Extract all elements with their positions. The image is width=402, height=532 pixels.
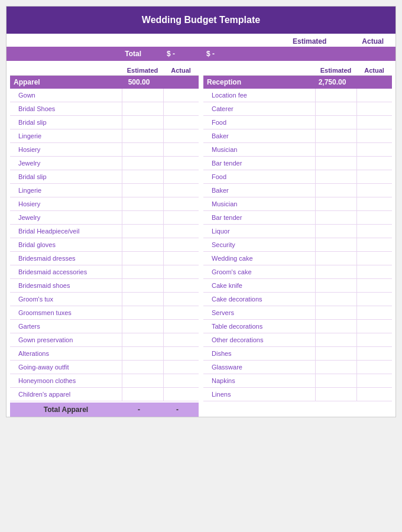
total-bar: Total $ - $ - — [7, 47, 395, 61]
apparel-total-footer: Total Apparel - - — [10, 403, 199, 417]
list-item: Groom's cake — [203, 265, 392, 279]
list-item: Bridal Headpiece/veil — [10, 225, 199, 238]
total-estimated: $ - — [147, 50, 194, 58]
reception-section-name: Reception — [207, 78, 312, 86]
list-item: Groom's tux — [10, 293, 199, 306]
apparel-section-name: Apparel — [14, 78, 118, 86]
estimated-label: Estimated — [293, 37, 326, 46]
list-item: Lingerie — [10, 184, 199, 197]
page-title: Wedding Budget Template — [7, 7, 395, 34]
list-item: Alterations — [10, 347, 199, 361]
list-item: Musician — [203, 143, 392, 157]
reception-column: Estimated Actual Reception 2,750.00 Loca… — [203, 66, 392, 417]
list-item: Security — [203, 238, 392, 252]
list-item: Bridal slip — [10, 116, 199, 129]
list-item: Wedding cake — [203, 252, 392, 265]
list-item: Jewelry — [10, 157, 199, 170]
list-item: Bar tender — [203, 211, 392, 225]
list-item: Cake knife — [203, 279, 392, 293]
list-item: Caterer — [203, 102, 392, 116]
list-item: Bridal Shoes — [10, 102, 199, 116]
list-item: Going-away outfit — [10, 361, 199, 374]
list-item: Dishes — [203, 347, 392, 361]
list-item: Linens — [203, 388, 392, 401]
list-item: Musician — [203, 197, 392, 211]
page: Wedding Budget Template Estimated Actual… — [6, 6, 396, 417]
total-label: Total — [12, 50, 147, 58]
list-item: Jewelry — [10, 211, 199, 225]
list-item: Table decorations — [203, 320, 392, 333]
list-item: Bar tender — [203, 157, 392, 170]
apparel-section-estimated: 500.00 — [118, 78, 160, 86]
list-item: Honeymoon clothes — [10, 374, 199, 388]
list-item: Baker — [203, 129, 392, 143]
reception-col-header: Estimated Actual — [203, 66, 392, 76]
list-item: Bridesmaid accessories — [10, 265, 199, 279]
list-item: Cake decorations — [203, 293, 392, 306]
list-item: Hosiery — [10, 143, 199, 157]
apparel-column: Estimated Actual Apparel 500.00 Gown Bri… — [10, 66, 199, 417]
apparel-section-header: Apparel 500.00 — [10, 76, 199, 89]
list-item: Bridal gloves — [10, 238, 199, 252]
list-item: Food — [203, 116, 392, 129]
list-item: Bridesmaid dresses — [10, 252, 199, 265]
apparel-total-estimated: - — [118, 406, 160, 414]
list-item: Hosiery — [10, 197, 199, 211]
apparel-actual-header: Actual — [163, 67, 199, 74]
list-item: Lingerie — [10, 129, 199, 143]
summary-row: Estimated Actual — [7, 34, 395, 47]
apparel-col-header: Estimated Actual — [10, 66, 199, 76]
list-item: Napkins — [203, 374, 392, 388]
list-item: Bridesmaid shoes — [10, 279, 199, 293]
reception-section-header: Reception 2,750.00 — [203, 76, 392, 89]
apparel-total-actual: - — [160, 406, 195, 414]
list-item: Gown preservation — [10, 333, 199, 347]
list-item: Baker — [203, 184, 392, 197]
columns: Estimated Actual Apparel 500.00 Gown Bri… — [7, 66, 395, 417]
reception-section-estimated: 2,750.00 — [312, 78, 353, 86]
list-item: Glassware — [203, 361, 392, 374]
list-item: Location fee — [203, 89, 392, 102]
apparel-total-label: Total Apparel — [14, 406, 118, 414]
actual-label: Actual — [362, 37, 384, 46]
list-item: Children's apparel — [10, 388, 199, 401]
list-item: Food — [203, 170, 392, 184]
list-item: Servers — [203, 306, 392, 320]
list-item: Garters — [10, 320, 199, 333]
apparel-estimated-header: Estimated — [122, 67, 163, 74]
list-item: Other decorations — [203, 333, 392, 347]
reception-estimated-header: Estimated — [315, 67, 356, 74]
reception-actual-header: Actual — [356, 67, 392, 74]
list-item: Gown — [10, 89, 199, 102]
list-item: Groomsmen tuxes — [10, 306, 199, 320]
list-item: Liquor — [203, 225, 392, 238]
list-item: Bridal slip — [10, 170, 199, 184]
